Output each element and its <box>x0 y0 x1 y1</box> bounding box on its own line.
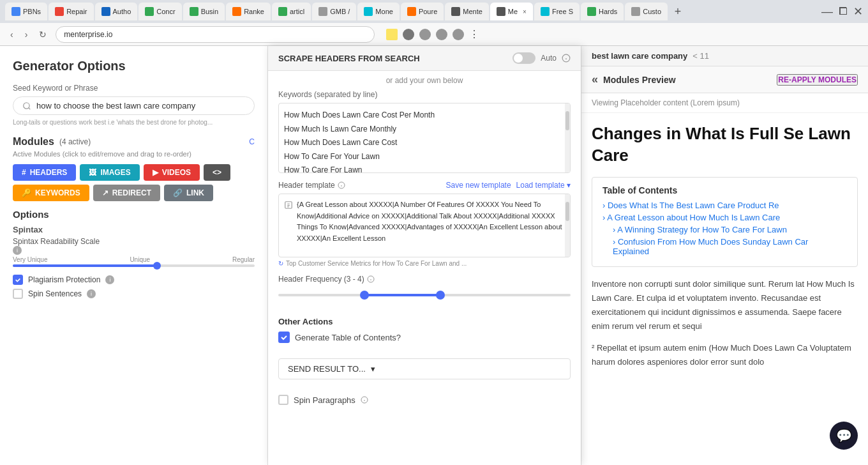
tab-concr[interactable]: Concr <box>138 3 181 20</box>
seed-input-value: how to choose the best lawn care company <box>36 101 195 111</box>
sidebar: Generator Options Seed Keyword or Phrase… <box>0 46 268 465</box>
chat-bubble[interactable]: 💬 <box>830 422 858 450</box>
new-tab-button[interactable]: + <box>669 3 687 20</box>
template-textarea[interactable]: {A Great Lesson about XXXXX|A Number Of … <box>278 194 571 257</box>
preview-article-title: Changes in What Is Full Se Lawn Care <box>592 123 858 167</box>
modal-title: SCRAPE HEADERS FROM SEARCH <box>278 54 420 63</box>
send-result-button[interactable]: SEND RESULT TO... ▾ <box>278 358 571 379</box>
spin-sentences-checkbox[interactable] <box>13 289 23 299</box>
close-button[interactable]: ✕ <box>853 4 863 19</box>
preview-panel: best lawn care company < 11 « Modules Pr… <box>581 46 868 465</box>
url-input[interactable]: menterprise.io <box>56 26 375 43</box>
freq-thumb-right[interactable] <box>436 291 445 300</box>
reapply-modules-button[interactable]: RE-APPLY MODULES <box>777 74 858 86</box>
browser-chrome: PBNs Repair Autho Concr Busin Ranke arti… <box>0 0 868 46</box>
load-template-dropdown[interactable]: Load template ▾ <box>516 181 571 190</box>
tab-mone[interactable]: Mone <box>357 3 400 20</box>
redirect-module-button[interactable]: ↗ REDIRECT <box>93 185 160 201</box>
toc-item-0[interactable]: › Does What Is The Best Lawn Care Produc… <box>602 201 847 210</box>
tab-hards[interactable]: Hards <box>581 3 624 20</box>
link-module-button[interactable]: 🔗 LINK <box>164 185 213 201</box>
plagiarism-checkbox[interactable] <box>13 275 23 285</box>
tab-pbns[interactable]: PBNs <box>5 3 47 20</box>
generate-toc-row: Generate Table of Contents? <box>278 332 571 343</box>
profile-icon[interactable] <box>403 29 414 40</box>
chevron-down-icon: ▾ <box>567 181 571 190</box>
keywords-scrollbar[interactable] <box>565 103 570 172</box>
toc-item-1[interactable]: › A Great Lesson about How Much Is Lawn … <box>602 213 847 222</box>
preview-title: « Modules Preview <box>592 73 676 86</box>
other-actions-title: Other Actions <box>278 317 571 326</box>
maximize-button[interactable]: ⧠ <box>838 6 848 17</box>
preview-body-text: Inventore non corrupti sunt dolor simili… <box>592 277 858 333</box>
chat-icon: 💬 <box>836 428 852 443</box>
plagiarism-protection-row: Plagiarism Protection i <box>13 275 255 285</box>
tab-articl[interactable]: articl <box>272 3 311 20</box>
forward-button[interactable]: › <box>22 27 31 42</box>
plagiarism-label: Plagiarism Protection <box>28 275 100 284</box>
extensions-icon[interactable] <box>453 29 464 40</box>
images-module-button[interactable]: 🖼 IMAGES <box>80 164 139 181</box>
template-scrollbar[interactable] <box>565 194 570 257</box>
seed-input[interactable]: how to choose the best lawn care company <box>13 96 255 115</box>
headers-module-button[interactable]: # HEADERS <box>13 164 76 181</box>
template-actions: Save new template Load template ▾ <box>446 181 571 190</box>
preview-content: Changes in What Is Full Se Lawn Care Tab… <box>581 113 868 379</box>
code-module-button[interactable]: <> <box>204 164 230 181</box>
key-icon: 🔑 <box>22 188 31 197</box>
template-hint: ↻ Top Customer Service Metrics for How T… <box>278 260 571 267</box>
frequency-section: Header Frequency (3 - 4) <box>268 275 581 317</box>
spin-sentences-label: Spin Sentences <box>28 289 82 298</box>
toc-item-3[interactable]: › Confusion From How Much Does Sunday La… <box>613 237 847 256</box>
tab-close-icon[interactable]: × <box>523 8 527 15</box>
preview-header: « Modules Preview RE-APPLY MODULES <box>581 66 868 93</box>
preview-subtitle: Viewing Placeholder content (Lorem ipsum… <box>581 93 868 113</box>
save-template-link[interactable]: Save new template <box>446 181 511 190</box>
modules-title: Modules <box>13 136 54 148</box>
generate-toc-checkbox[interactable] <box>278 332 290 343</box>
code-icon: <> <box>213 168 221 177</box>
tab-ranke[interactable]: Ranke <box>226 3 271 20</box>
freq-thumb-left[interactable] <box>360 291 369 300</box>
refresh-button[interactable]: ↻ <box>36 27 49 42</box>
videos-module-button[interactable]: ▶ VIDEOS <box>144 164 200 181</box>
readability-slider[interactable] <box>13 264 255 267</box>
app-layout: Generator Options Seed Keyword or Phrase… <box>0 46 868 465</box>
customize-modules-link[interactable]: C <box>249 137 255 146</box>
auto-toggle[interactable] <box>513 52 535 64</box>
info-icon <box>562 54 571 63</box>
tab-autho[interactable]: Autho <box>95 3 138 20</box>
tab-busin[interactable]: Busin <box>183 3 225 20</box>
tab-frees[interactable]: Free S <box>534 3 580 20</box>
back-button[interactable]: ‹ <box>8 27 16 42</box>
tab-mente[interactable]: Mente <box>445 3 489 20</box>
menu-icon[interactable]: ⋮ <box>469 28 479 40</box>
download-icon[interactable] <box>419 29 431 40</box>
seed-label: Seed Keyword or Phrase <box>13 84 255 93</box>
spin-sentences-row: Spin Sentences i <box>13 289 255 299</box>
toc-arrow-0: › <box>602 201 605 210</box>
spin-sentences-info-icon: i <box>87 289 96 298</box>
bookmark-icon[interactable] <box>386 29 398 40</box>
module-buttons: # HEADERS 🖼 IMAGES ▶ VIDEOS <> 🔑 KEYWORD… <box>13 164 255 201</box>
keywords-module-button[interactable]: 🔑 KEYWORDS <box>13 185 89 201</box>
page-title-text: best lawn care company <box>592 51 687 61</box>
tab-me-active[interactable]: Me × <box>490 3 533 20</box>
toc-item-2[interactable]: › A Winning Strategy for How To Care For… <box>613 225 847 234</box>
toggle-label: Auto <box>541 54 557 63</box>
tab-repair[interactable]: Repair <box>49 3 93 20</box>
tab-custo[interactable]: Custo <box>625 3 668 20</box>
spin-paragraphs-checkbox[interactable] <box>278 395 288 405</box>
freq-label: Header Frequency (3 - 4) <box>278 275 571 284</box>
spin-paragraphs-label: Spin Paragraphs <box>294 395 355 405</box>
header-template-info-icon <box>338 181 345 189</box>
tab-gmb[interactable]: GMB / <box>312 3 356 20</box>
keywords-textarea[interactable]: How Much Does Lawn Care Cost Per Month H… <box>278 103 571 173</box>
tab-poure[interactable]: Poure <box>401 3 444 20</box>
frequency-slider[interactable] <box>278 289 571 301</box>
minimize-button[interactable]: — <box>821 5 833 19</box>
freq-info-icon <box>367 275 375 283</box>
link-icon: 🔗 <box>173 188 183 197</box>
settings-icon[interactable] <box>436 29 447 40</box>
refresh-icon: ↻ <box>278 260 283 267</box>
